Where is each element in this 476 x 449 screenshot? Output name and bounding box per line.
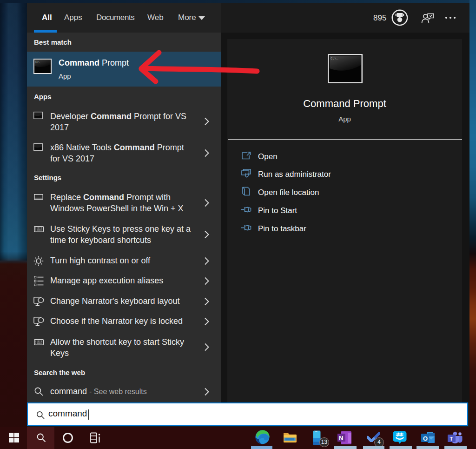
svg-text:C:\_: C:\_ (35, 61, 41, 64)
svg-text:O: O (423, 435, 428, 442)
svg-text:N: N (339, 435, 343, 442)
svg-text:C:\_: C:\_ (331, 57, 339, 60)
svg-text:T: T (450, 436, 453, 442)
